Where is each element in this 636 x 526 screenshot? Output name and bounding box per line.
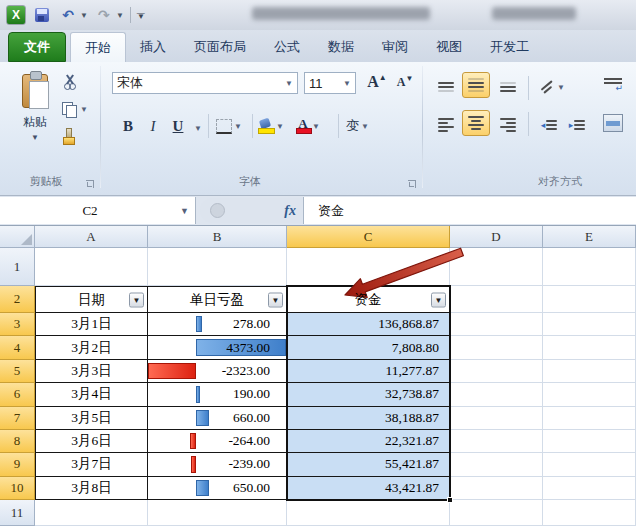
column-header-B[interactable]: B — [148, 226, 287, 248]
insert-function-button[interactable]: fx — [284, 203, 296, 219]
filter-dropdown-button[interactable]: ▼ — [268, 292, 283, 307]
save-button[interactable] — [32, 5, 52, 25]
cell-B5[interactable]: -2323.00 — [148, 360, 287, 383]
font-size-combo[interactable]: 11▼ — [304, 72, 356, 94]
align-left-button[interactable] — [432, 112, 460, 138]
table-header-A2[interactable]: 日期▼ — [35, 286, 148, 313]
row-header-7[interactable]: 7 — [0, 407, 35, 430]
cell-E1[interactable] — [543, 248, 636, 286]
cell-A5[interactable]: 3月3日 — [35, 360, 148, 383]
cell-D2[interactable] — [450, 286, 543, 313]
cell-D10[interactable] — [450, 477, 543, 500]
cell-C7[interactable]: 38,188.87 — [287, 407, 450, 430]
cell-D8[interactable] — [450, 430, 543, 453]
cell-C9[interactable]: 55,421.87 — [287, 453, 450, 476]
cell-D11[interactable] — [450, 500, 543, 526]
row-header-5[interactable]: 5 — [0, 360, 35, 383]
cell-D1[interactable] — [450, 248, 543, 286]
cell-A3[interactable]: 3月1日 — [35, 313, 148, 336]
cell-D6[interactable] — [450, 383, 543, 406]
tab-5[interactable]: 数据 — [314, 32, 368, 62]
tab-2[interactable]: 插入 — [126, 32, 180, 62]
tab-3[interactable]: 页面布局 — [180, 32, 260, 62]
copy-dropdown-icon[interactable]: ▼ — [80, 105, 88, 114]
grow-font-button[interactable]: A▲ — [364, 70, 390, 94]
cell-C11[interactable] — [287, 500, 450, 526]
cell-B6[interactable]: 190.00 — [148, 383, 287, 406]
tab-1[interactable]: 开始 — [70, 32, 126, 62]
align-right-button[interactable] — [494, 112, 522, 138]
paste-button[interactable]: 粘贴 ▼ — [12, 70, 58, 162]
chevron-down-icon[interactable]: ▼ — [285, 79, 293, 88]
cell-E4[interactable] — [543, 336, 636, 359]
chevron-down-icon[interactable]: ▼ — [343, 79, 351, 88]
cell-E11[interactable] — [543, 500, 636, 526]
increase-indent-button[interactable]: ▸ — [564, 112, 590, 138]
cell-A9[interactable]: 3月7日 — [35, 453, 148, 476]
tab-file[interactable]: 文件 — [8, 32, 66, 62]
cell-D9[interactable] — [450, 453, 543, 476]
cell-B10[interactable]: 650.00 — [148, 477, 287, 500]
cell-B1[interactable] — [148, 248, 287, 286]
cell-C4[interactable]: 7,808.80 — [287, 336, 450, 359]
cell-B8[interactable]: -264.00 — [148, 430, 287, 453]
font-dialog-launcher[interactable] — [408, 180, 416, 188]
cell-E10[interactable] — [543, 477, 636, 500]
fill-color-button[interactable]: ▼ — [258, 114, 284, 138]
tab-7[interactable]: 视图 — [422, 32, 476, 62]
cell-D5[interactable] — [450, 360, 543, 383]
cell-B11[interactable] — [148, 500, 287, 526]
cell-A6[interactable]: 3月4日 — [35, 383, 148, 406]
chevron-down-icon[interactable]: ▼ — [557, 83, 565, 92]
cell-A10[interactable]: 3月8日 — [35, 477, 148, 500]
cell-E5[interactable] — [543, 360, 636, 383]
column-header-A[interactable]: A — [35, 226, 148, 248]
italic-button[interactable]: I — [142, 114, 164, 138]
row-header-2[interactable]: 2 — [0, 286, 35, 313]
row-header-9[interactable]: 9 — [0, 453, 35, 476]
chevron-down-icon[interactable]: ▼ — [312, 122, 320, 131]
align-bottom-button[interactable] — [494, 74, 522, 100]
row-header-6[interactable]: 6 — [0, 383, 35, 406]
align-top-button[interactable] — [432, 74, 460, 100]
cell-B9[interactable]: -239.00 — [148, 453, 287, 476]
cell-C10[interactable]: 43,421.87 — [287, 477, 450, 500]
column-header-D[interactable]: D — [450, 226, 543, 248]
align-middle-button[interactable] — [462, 72, 490, 98]
column-header-C[interactable]: C — [287, 226, 450, 248]
wrap-text-button[interactable]: ↵ — [596, 72, 630, 98]
cell-E6[interactable] — [543, 383, 636, 406]
cell-A8[interactable]: 3月6日 — [35, 430, 148, 453]
merge-center-button[interactable] — [596, 110, 630, 136]
column-header-E[interactable]: E — [543, 226, 636, 248]
paste-dropdown-icon[interactable]: ▼ — [31, 133, 39, 142]
cell-E7[interactable] — [543, 407, 636, 430]
row-header-8[interactable]: 8 — [0, 430, 35, 453]
chevron-down-icon[interactable]: ▼ — [234, 122, 242, 131]
select-all-corner[interactable] — [0, 226, 35, 248]
formula-bar-input[interactable]: 资金 — [303, 197, 636, 224]
name-box-dropdown-icon[interactable]: ▼ — [180, 206, 189, 216]
cell-E8[interactable] — [543, 430, 636, 453]
decrease-indent-button[interactable]: ◂ — [536, 112, 562, 138]
chevron-down-icon[interactable]: ▼ — [276, 122, 284, 131]
row-header-3[interactable]: 3 — [0, 313, 35, 336]
orientation-button[interactable]: ▼ — [536, 74, 570, 100]
cut-button[interactable] — [62, 72, 96, 92]
row-header-11[interactable]: 11 — [0, 500, 35, 526]
format-painter-button[interactable] — [62, 126, 96, 146]
cell-B3[interactable]: 278.00 — [148, 313, 287, 336]
cell-E9[interactable] — [543, 453, 636, 476]
filter-dropdown-button[interactable]: ▼ — [129, 292, 144, 307]
cell-C6[interactable]: 32,738.87 — [287, 383, 450, 406]
filter-dropdown-button[interactable]: ▼ — [431, 292, 446, 307]
cell-E2[interactable] — [543, 286, 636, 313]
font-color-button[interactable]: A▼ — [296, 114, 320, 138]
phonetic-guide-button[interactable]: 变▼ — [346, 114, 369, 138]
align-center-button[interactable] — [462, 110, 490, 136]
cell-A7[interactable]: 3月5日 — [35, 407, 148, 430]
undo-dropdown-icon[interactable]: ▼ — [80, 11, 88, 20]
redo-button[interactable]: ↷ — [94, 5, 114, 25]
tab-6[interactable]: 审阅 — [368, 32, 422, 62]
cell-B7[interactable]: 660.00 — [148, 407, 287, 430]
